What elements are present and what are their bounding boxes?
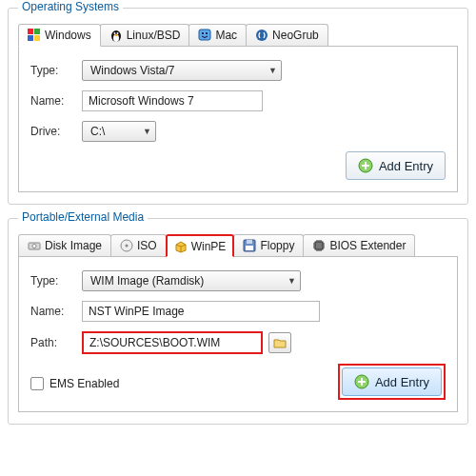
name-label: Name: [30, 305, 76, 318]
tab-iso[interactable]: ISO [110, 234, 167, 256]
browse-button[interactable] [268, 332, 291, 353]
media-tab-content: Type: WIM Image (Ramdisk) ▼ Name: Path: … [18, 257, 458, 412]
add-entry-button[interactable]: Add Entry [342, 367, 442, 396]
operating-systems-group: Operating Systems Windows Linux/BSD Mac … [8, 8, 468, 205]
chip-icon [312, 239, 326, 252]
disk-icon [28, 239, 41, 252]
add-entry-button[interactable]: Add Entry [346, 151, 446, 180]
type-combo[interactable]: WIM Image (Ramdisk) ▼ [82, 270, 301, 291]
drive-combo[interactable]: C:\ ▼ [82, 121, 156, 142]
svg-point-11 [206, 32, 208, 34]
name-input[interactable] [82, 301, 320, 322]
path-input[interactable] [82, 331, 263, 354]
svg-rect-19 [247, 240, 252, 244]
tab-winpe[interactable]: WinPE [166, 234, 235, 257]
portable-media-group: Portable/External Media Disk Image ISO W… [8, 218, 468, 425]
box-icon [174, 240, 188, 253]
svg-point-15 [32, 245, 36, 248]
type-label: Type: [30, 64, 76, 77]
add-entry-label: Add Entry [375, 375, 429, 389]
svg-point-10 [202, 32, 204, 34]
add-entry-label: Add Entry [379, 159, 433, 173]
type-label: Type: [30, 274, 76, 288]
chevron-down-icon: ▼ [268, 66, 277, 75]
type-value: WIM Image (Ramdisk) [90, 274, 204, 288]
chevron-down-icon: ▼ [143, 127, 151, 136]
path-label: Path: [30, 336, 76, 349]
floppy-icon [243, 239, 256, 252]
svg-rect-2 [28, 35, 33, 41]
tab-label: Windows [45, 29, 91, 42]
tab-label: Mac [215, 29, 237, 42]
svg-rect-9 [199, 30, 210, 40]
ems-checkbox[interactable] [30, 377, 44, 390]
svg-point-7 [116, 32, 118, 34]
svg-rect-21 [315, 242, 323, 249]
tab-label: ISO [137, 239, 157, 252]
tab-bios-extender[interactable]: BIOS Extender [303, 234, 415, 256]
svg-rect-1 [34, 29, 40, 34]
svg-rect-0 [28, 29, 33, 34]
chevron-down-icon: ▼ [288, 276, 296, 286]
drive-value: C:\ [90, 125, 105, 138]
neogrub-icon [255, 29, 268, 42]
tab-linux[interactable]: Linux/BSD [100, 24, 190, 46]
svg-point-17 [126, 245, 129, 248]
os-tabbar: Windows Linux/BSD Mac NeoGrub [18, 24, 458, 47]
svg-point-6 [113, 32, 115, 34]
plus-circle-icon [358, 158, 373, 173]
drive-label: Drive: [30, 125, 76, 138]
ems-checkbox-row[interactable]: EMS Enabled [30, 377, 119, 390]
svg-rect-20 [246, 246, 253, 250]
plus-circle-icon [354, 374, 369, 389]
tab-label: Floppy [260, 239, 294, 252]
tab-label: NeoGrub [272, 29, 319, 42]
type-combo[interactable]: Windows Vista/7 ▼ [82, 60, 282, 81]
tab-neogrub[interactable]: NeoGrub [246, 24, 328, 46]
type-value: Windows Vista/7 [90, 64, 174, 77]
ems-label: EMS Enabled [50, 377, 119, 390]
tab-label: BIOS Extender [329, 239, 406, 252]
iso-icon [120, 239, 133, 252]
group-title: Operating Systems [18, 0, 123, 13]
os-tab-content: Type: Windows Vista/7 ▼ Name: Drive: C:\… [18, 47, 458, 192]
tab-label: Disk Image [45, 239, 102, 252]
svg-point-12 [256, 30, 268, 41]
tab-floppy[interactable]: Floppy [233, 234, 304, 256]
tab-label: Linux/BSD [127, 29, 181, 42]
tab-disk-image[interactable]: Disk Image [18, 234, 111, 256]
svg-rect-3 [34, 35, 40, 41]
folder-browse-icon [273, 337, 287, 348]
media-tabbar: Disk Image ISO WinPE Floppy BIOS Extende… [18, 234, 458, 257]
tab-windows[interactable]: Windows [18, 24, 101, 47]
mac-smiley-icon [198, 29, 211, 42]
tab-label: WinPE [191, 240, 227, 253]
tab-mac[interactable]: Mac [188, 24, 247, 46]
name-input[interactable] [82, 90, 263, 111]
windows-flag-icon [28, 29, 41, 42]
group-title: Portable/External Media [18, 210, 148, 224]
name-label: Name: [30, 94, 76, 108]
svg-point-8 [114, 34, 117, 36]
penguin-icon [109, 29, 123, 42]
